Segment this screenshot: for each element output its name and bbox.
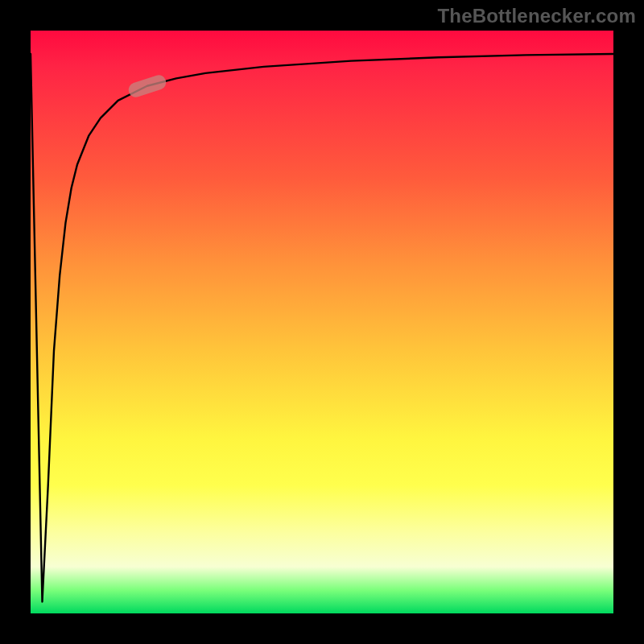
- frame-right: [613, 0, 644, 644]
- bottleneck-curve: [31, 54, 613, 602]
- frame-bottom: [0, 613, 644, 644]
- attribution-text: TheBottlenecker.com: [437, 5, 636, 27]
- frame-left: [0, 0, 31, 644]
- curve-layer: [31, 31, 613, 613]
- chart-container: TheBottlenecker.com: [0, 0, 644, 644]
